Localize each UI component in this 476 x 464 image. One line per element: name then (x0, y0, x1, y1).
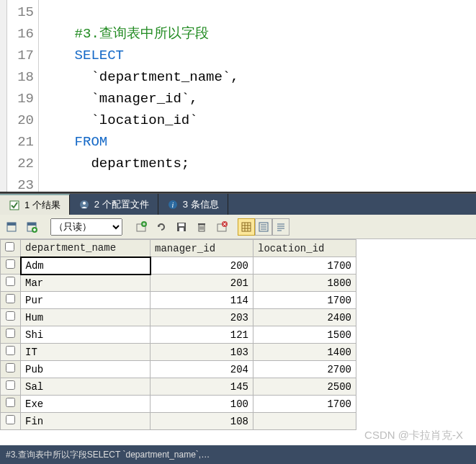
result-table[interactable]: department_name manager_id location_id A… (0, 239, 356, 430)
row-checkbox-cell[interactable] (1, 257, 21, 275)
svg-rect-6 (7, 223, 16, 226)
status-text: #3.查询表中所以字段SELECT `department_name`,… (6, 449, 210, 461)
checkbox-header[interactable] (1, 240, 21, 257)
form-view-button[interactable] (255, 218, 272, 236)
cancel-icon[interactable] (213, 218, 230, 236)
line-number: 19 (7, 88, 34, 110)
delete-icon[interactable] (193, 218, 210, 236)
cell-loc[interactable]: 1700 (253, 292, 356, 309)
status-bar: #3.查询表中所以字段SELECT `department_name`,… (0, 445, 476, 464)
table-row[interactable]: Pur1141700 (1, 292, 356, 309)
sql-keyword: FROM (75, 134, 108, 150)
cell-dept[interactable]: Exe (21, 396, 151, 413)
cell-dept[interactable]: Shi (21, 326, 151, 344)
grid-view-button[interactable] (238, 218, 255, 236)
cell-loc[interactable]: 1700 (253, 396, 356, 413)
code-comment: #3.查询表中所以字段 (75, 26, 209, 42)
select-all-checkbox[interactable] (5, 242, 14, 251)
result-grid: department_name manager_id location_id A… (0, 239, 476, 445)
cell-loc[interactable]: 2700 (253, 361, 356, 378)
row-checkbox-cell[interactable] (1, 275, 21, 292)
cell-mgr[interactable]: 108 (151, 413, 253, 430)
save-icon[interactable] (173, 218, 190, 236)
cell-loc[interactable]: 1500 (253, 326, 356, 344)
cell-dept[interactable]: IT (21, 344, 151, 361)
row-checkbox-cell[interactable] (1, 378, 21, 396)
code-text: `location_id` (91, 112, 197, 128)
cell-mgr[interactable]: 201 (151, 275, 253, 292)
cell-loc[interactable] (253, 413, 356, 430)
line-number: 18 (7, 66, 34, 88)
cell-loc[interactable]: 1700 (253, 257, 356, 275)
text-view-button[interactable] (272, 218, 289, 236)
row-checkbox-cell[interactable] (1, 309, 21, 326)
cell-dept[interactable]: Pur (21, 292, 151, 309)
table-row[interactable]: Pub2042700 (1, 361, 356, 378)
row-checkbox[interactable] (6, 363, 15, 372)
code-text: `department_name`, (91, 69, 238, 85)
line-number: 17 (7, 45, 34, 66)
cell-dept[interactable]: Pub (21, 361, 151, 378)
line-number-gutter: 15 16 17 18 19 20 21 22 23 (7, 0, 39, 192)
row-checkbox-cell[interactable] (1, 344, 21, 361)
column-header-mgr[interactable]: manager_id (151, 240, 253, 257)
table-row[interactable]: IT1031400 (1, 344, 356, 361)
cell-mgr[interactable]: 114 (151, 292, 253, 309)
cell-dept[interactable]: Adm (21, 257, 151, 275)
row-checkbox-cell[interactable] (1, 326, 21, 344)
row-checkbox-cell[interactable] (1, 413, 21, 430)
row-checkbox[interactable] (6, 277, 15, 286)
code-text: departments; (91, 156, 189, 171)
table-row[interactable]: Mar2011800 (1, 275, 356, 292)
line-number: 15 (7, 1, 34, 23)
cell-loc[interactable]: 1800 (253, 275, 356, 292)
cell-dept[interactable]: Mar (21, 275, 151, 292)
refresh-icon[interactable] (153, 218, 170, 236)
readonly-select[interactable]: （只读） (50, 218, 122, 236)
line-number: 21 (7, 131, 34, 153)
cell-mgr[interactable]: 121 (151, 326, 253, 344)
table-row[interactable]: Adm2001700 (1, 257, 356, 275)
cell-loc[interactable]: 2400 (253, 309, 356, 326)
code-area[interactable]: #3.查询表中所以字段 SELECT `department_name`, `m… (39, 0, 476, 192)
row-checkbox-cell[interactable] (1, 396, 21, 413)
cell-mgr[interactable]: 204 (151, 361, 253, 378)
table-row[interactable]: Hum2032400 (1, 309, 356, 326)
row-checkbox[interactable] (6, 380, 15, 390)
table-row[interactable]: Sal1452500 (1, 378, 356, 396)
cell-mgr[interactable]: 100 (151, 396, 253, 413)
row-checkbox[interactable] (6, 259, 15, 269)
cell-mgr[interactable]: 200 (151, 257, 253, 275)
row-checkbox[interactable] (6, 329, 15, 338)
line-number: 16 (7, 23, 34, 45)
cell-loc[interactable]: 2500 (253, 378, 356, 396)
cell-mgr[interactable]: 103 (151, 344, 253, 361)
sql-keyword: SELECT (75, 48, 124, 63)
table-row[interactable]: Shi1211500 (1, 326, 356, 344)
row-checkbox-cell[interactable] (1, 292, 21, 309)
cell-dept[interactable]: Fin (21, 413, 151, 430)
line-number: 22 (7, 153, 34, 174)
cell-dept[interactable]: Sal (21, 378, 151, 396)
column-header-loc[interactable]: location_id (253, 240, 356, 257)
column-header-dept[interactable]: department_name (21, 240, 151, 257)
cell-dept[interactable]: Hum (21, 309, 151, 326)
export-icon[interactable] (3, 218, 20, 236)
table-row[interactable]: Exe1001700 (1, 396, 356, 413)
insert-icon[interactable] (133, 218, 150, 236)
row-checkbox-cell[interactable] (1, 361, 21, 378)
cell-mgr[interactable]: 145 (151, 378, 253, 396)
row-checkbox[interactable] (6, 346, 15, 355)
cell-loc[interactable]: 1400 (253, 344, 356, 361)
tab-info[interactable]: i 3 条信息 (158, 194, 228, 215)
table-row[interactable]: Fin108 (1, 413, 356, 430)
row-checkbox[interactable] (6, 398, 15, 407)
tab-label: 1 个结果 (24, 199, 60, 212)
row-checkbox[interactable] (6, 294, 15, 303)
tab-results[interactable]: 1 个结果 (0, 194, 70, 215)
row-checkbox[interactable] (6, 415, 15, 424)
row-checkbox[interactable] (6, 311, 15, 321)
tab-profiles[interactable]: 2 个配置文件 (70, 194, 158, 215)
add-row-icon[interactable] (23, 218, 40, 236)
cell-mgr[interactable]: 203 (151, 309, 253, 326)
